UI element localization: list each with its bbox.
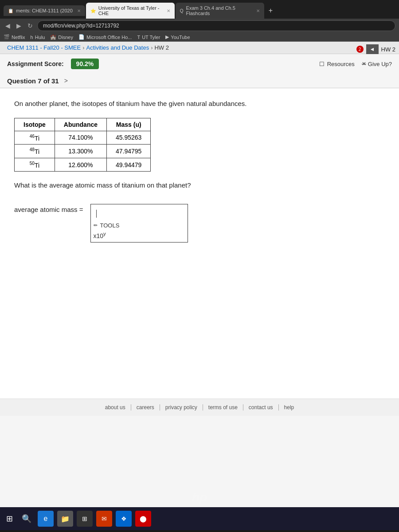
tab-close-assignments[interactable]: ✕ bbox=[77, 8, 81, 13]
question-counter: Question 7 of 31 bbox=[7, 77, 59, 85]
mass-2: 47.94795 bbox=[107, 145, 151, 158]
tab-label-assignments: ments: CHEM-1311 (2020 bbox=[16, 8, 73, 13]
bookmark-disney[interactable]: 🏰 Disney bbox=[50, 34, 73, 40]
score-badge: 90.2% bbox=[71, 59, 99, 69]
bookmark-youtube[interactable]: ▶ YouTube bbox=[165, 34, 190, 40]
taskbar-dropbox-icon[interactable]: ❖ bbox=[116, 511, 132, 527]
isotope-1-superscript: 46 bbox=[30, 134, 35, 139]
hw-nav-area: 2 ◄ HW 2 bbox=[356, 44, 395, 54]
address-bar-row: ◀ ▶ ↻ mod/flcn/view.php?id=12713792 bbox=[0, 19, 399, 33]
isotope-3: 50Ti bbox=[15, 158, 55, 172]
footer-contact[interactable]: contact us bbox=[243, 404, 279, 411]
tab-label-ut: University of Texas at Tyler - CHE bbox=[98, 5, 162, 16]
isotope-3-superscript: 50 bbox=[30, 161, 35, 166]
input-label: average atomic mass = bbox=[14, 206, 83, 213]
input-area: average atomic mass = ✏ TOOLS x10y bbox=[14, 204, 385, 243]
bookmark-youtube-label: YouTube bbox=[171, 35, 190, 40]
refresh-button[interactable]: ↻ bbox=[26, 21, 35, 30]
bookmark-hulu[interactable]: h Hulu bbox=[31, 35, 45, 40]
table-row: 50Ti 12.600% 49.94479 bbox=[15, 158, 151, 172]
tab-favicon-flashcards: Q bbox=[180, 8, 184, 13]
bookmarks-bar: 🎬 Netflix h Hulu 🏰 Disney 📄 Microsoft Of… bbox=[0, 33, 399, 42]
address-bar[interactable]: mod/flcn/view.php?id=12713792 bbox=[37, 20, 395, 31]
assignment-header: Assignment Score: 90.2% ☐ Resources ✕ Gi… bbox=[0, 54, 399, 74]
tab-close-flashcards[interactable]: ✕ bbox=[256, 8, 260, 13]
isotope-2: 48Ti bbox=[15, 145, 55, 158]
resources-button[interactable]: ☐ Resources bbox=[319, 61, 355, 67]
math-input-container[interactable]: ✏ TOOLS x10y bbox=[90, 204, 188, 243]
tab-favicon-ut: ⭐ bbox=[90, 8, 96, 13]
question-text: On another planet, the isotopes of titan… bbox=[14, 99, 385, 109]
bookmark-msoffice-label: Microsoft Office Ho... bbox=[86, 35, 132, 40]
footer-privacy[interactable]: privacy policy bbox=[160, 404, 203, 411]
resources-icon: ☐ bbox=[319, 61, 325, 67]
file-explorer-icon: 📁 bbox=[61, 515, 70, 523]
header-right: ☐ Resources ✕ Give Up? bbox=[319, 61, 392, 67]
bookmark-netflix[interactable]: 🎬 Netflix bbox=[4, 34, 25, 40]
col-header-abundance: Abundance bbox=[55, 118, 106, 131]
tab-flashcards[interactable]: Q Exam 3 Ch.4 and Ch.5 Flashcards ✕ bbox=[176, 3, 264, 19]
footer-careers[interactable]: careers bbox=[131, 404, 160, 411]
bookmark-netflix-label: Netflix bbox=[12, 35, 25, 40]
tab-ut-tyler[interactable]: ⭐ University of Texas at Tyler - CHE ✕ bbox=[86, 3, 175, 19]
abundance-3: 12.600% bbox=[55, 158, 106, 172]
breadcrumb-activities[interactable]: Activities and Due Dates bbox=[86, 44, 149, 51]
give-up-label: Give Up? bbox=[368, 61, 392, 67]
isotope-1: 46Ti bbox=[15, 131, 55, 145]
main-content: On another planet, the isotopes of titan… bbox=[0, 88, 399, 399]
mail-icon: ✉ bbox=[102, 515, 107, 522]
cursor bbox=[96, 210, 97, 218]
give-up-icon: ✕ bbox=[362, 61, 366, 67]
edge-icon: e bbox=[44, 515, 48, 523]
hw-back-button[interactable]: ◄ bbox=[366, 44, 379, 54]
dropbox-icon: ❖ bbox=[121, 515, 127, 522]
abundance-1: 74.100% bbox=[55, 131, 106, 145]
new-tab-button[interactable]: + bbox=[265, 5, 276, 16]
forward-button[interactable]: ▶ bbox=[15, 21, 23, 30]
page-content: 2 ◄ HW 2 CHEM 1311 - Fall20 - SMEE › Act… bbox=[0, 42, 399, 507]
tab-bar: 📋 ments: CHEM-1311 (2020 ✕ ⭐ University … bbox=[0, 0, 399, 19]
bookmark-ut-label: UT Tyler bbox=[142, 35, 160, 40]
taskbar-apps-icon[interactable]: ⊞ bbox=[77, 511, 93, 527]
hulu-icon: h bbox=[31, 35, 33, 40]
abundance-2: 13.300% bbox=[55, 145, 106, 158]
chrome-icon: ⬤ bbox=[140, 515, 147, 522]
footer-links: about us careers privacy policy terms of… bbox=[0, 404, 399, 411]
start-button[interactable]: ⊞ bbox=[4, 512, 16, 525]
tools-icon: ✏ bbox=[94, 223, 98, 228]
back-button[interactable]: ◀ bbox=[4, 21, 12, 30]
tab-close-ut[interactable]: ✕ bbox=[167, 8, 170, 13]
taskbar-chrome-icon[interactable]: ⬤ bbox=[135, 511, 151, 527]
browser-chrome: 📋 ments: CHEM-1311 (2020 ✕ ⭐ University … bbox=[0, 0, 399, 42]
taskbar-mail-icon[interactable]: ✉ bbox=[96, 511, 112, 527]
x10-notation: x10y bbox=[94, 231, 185, 239]
mass-3: 49.94479 bbox=[107, 158, 151, 172]
assignment-score-label: Assignment Score: bbox=[7, 60, 64, 67]
hw-notification-badge: 2 bbox=[356, 46, 364, 53]
footer-about[interactable]: about us bbox=[100, 404, 131, 411]
question-next-arrow[interactable]: > bbox=[63, 76, 70, 85]
taskbar-file-icon[interactable]: 📁 bbox=[57, 511, 73, 527]
tab-favicon-assignments: 📋 bbox=[8, 8, 13, 13]
bookmark-ut-tyler[interactable]: T UT Tyler bbox=[137, 35, 160, 40]
question-nav: Question 7 of 31 > bbox=[0, 74, 399, 88]
taskbar-edge-icon[interactable]: e bbox=[38, 511, 54, 527]
netflix-icon: 🎬 bbox=[4, 34, 10, 40]
tools-label: TOOLS bbox=[100, 222, 120, 229]
footer-help[interactable]: help bbox=[279, 404, 300, 411]
footer-terms[interactable]: terms of use bbox=[203, 404, 243, 411]
give-up-button[interactable]: ✕ Give Up? bbox=[362, 61, 392, 67]
breadcrumb-course[interactable]: CHEM 1311 - Fall20 - SMEE bbox=[7, 44, 81, 51]
bookmark-hulu-label: Hulu bbox=[35, 35, 45, 40]
taskbar: ⊞ 🔍 e 📁 ⊞ ✉ ❖ ⬤ bbox=[0, 507, 399, 530]
isotope-2-superscript: 48 bbox=[30, 147, 35, 152]
sub-question-text: What is the average atomic mass of titan… bbox=[14, 180, 385, 191]
tab-label-flashcards: Exam 3 Ch.4 and Ch.5 Flashcards bbox=[186, 5, 252, 16]
bookmark-msoffice[interactable]: 📄 Microsoft Office Ho... bbox=[78, 34, 132, 40]
hw-label: HW 2 bbox=[381, 46, 396, 53]
search-taskbar-button[interactable]: 🔍 bbox=[19, 512, 34, 525]
breadcrumb-hw2: HW 2 bbox=[154, 44, 169, 51]
tab-assignments[interactable]: 📋 ments: CHEM-1311 (2020 ✕ bbox=[4, 5, 85, 16]
breadcrumb-sep-2: › bbox=[151, 44, 153, 51]
ut-icon: T bbox=[137, 35, 140, 40]
